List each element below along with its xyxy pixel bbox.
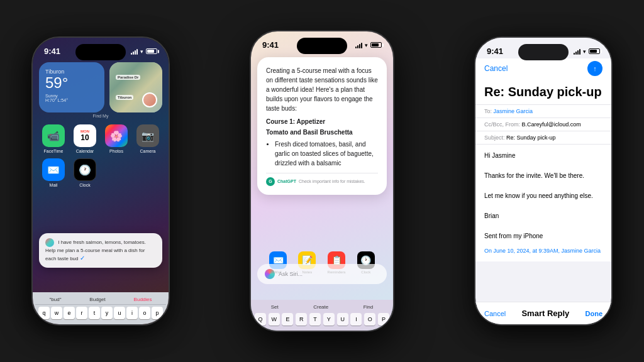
siri-input-bubble: I have fresh salmon, lemons, tomatoes. H… [39,233,162,268]
chatgpt-intro-text: Creating a 5-course meal with a focus on… [266,66,378,113]
weather-widget[interactable]: Tiburon 59° Sunny H:70° L:54° [39,62,104,112]
battery-icon-center [370,42,382,48]
ckey-r[interactable]: R [296,313,307,326]
mail-body-line1: Thanks for the invite. We'll be there. [484,171,602,181]
map-label-1: Paradise Dr [116,75,140,80]
wifi-icon-right: ▾ [583,48,586,55]
signal-icon-center [355,42,362,48]
ckey-w[interactable]: W [269,313,280,326]
center-word-1[interactable]: Set [271,304,279,310]
mail-subject-label: Subject: [484,134,505,141]
signal-icon-right [574,48,580,55]
ckey-p[interactable]: P [378,313,389,326]
word-suggestion-1[interactable]: "bud" [49,297,61,302]
app-grid: 📹 FaceTime MON 10 Calendar 🌸 Photos 📷 Ca… [33,119,169,192]
mail-send-button[interactable]: ↑ [587,61,602,76]
chatgpt-disclaimer: Check important info for mistakes. [299,178,365,185]
mail-to-value[interactable]: Jasmine Garcia [494,108,533,114]
calendar-app[interactable]: MON 10 Calendar [72,124,98,153]
mail-cc-field: Cc/Bcc, From: B.Careyful@icloud.com [475,118,611,131]
mail-to-label: To: [484,108,492,114]
mail-cancel-top[interactable]: Cancel [484,64,508,73]
status-icons-center: ▾ [355,42,382,48]
ckey-o[interactable]: O [364,313,375,326]
map-label-2: Tiburon [116,95,133,100]
dynamic-island-left [75,44,126,60]
mail-quoted-text: On June 10, 2024, at 9:39AM, Jasmine Gar… [484,246,602,255]
widget-row: Tiburon 59° Sunny H:70° L:54° Paradise D… [33,62,169,112]
keyboard-center: Set Create Find Q W E R T Y U I O P [251,300,393,331]
siri-placeholder-text: Ask Siri... [279,271,303,277]
facetime-app[interactable]: 📹 FaceTime [40,124,67,153]
ckey-y[interactable]: Y [323,313,335,326]
mail-subject-heading: Re: Sunday pick-up [475,81,611,105]
dynamic-island-center [297,38,347,54]
clock-app[interactable]: 🕐 Clock [72,158,98,187]
siri-input-center[interactable]: Ask Siri... [257,264,387,284]
course-title: Course 1: Appetizer [266,117,378,126]
key-t[interactable]: t [89,307,100,319]
map-widget[interactable]: Paradise Dr Tiburon [109,62,162,112]
ckey-e[interactable]: E [282,313,293,326]
mail-to-field: To: Jasmine Garcia [475,105,611,118]
key-u[interactable]: u [114,307,125,319]
phone-center: 9:41 ▾ Creating a 5-course meal with a f… [250,30,394,332]
time-right: 9:41 [487,47,503,56]
key-q[interactable]: q [38,307,50,319]
mail-body[interactable]: Hi Jasmine Thanks for the invite. We'll … [475,145,611,261]
keyboard-left: "bud" Budget Buddies q w e r t y u i o p [33,292,169,324]
home-screen: 9:41 ▾ Tiburon 59° Sunny H:70° L:54° [33,38,169,324]
signal-icon [131,48,138,55]
photos-label: Photos [109,149,123,153]
mail-body-line2: Let me know if you need anything else. [484,191,602,201]
mail-label: Mail [50,183,58,187]
mail-cc-label: Cc/Bcc, From: [484,121,520,128]
key-p[interactable]: p [152,307,163,319]
photos-app[interactable]: 🌸 Photos [103,124,130,153]
chatgpt-footer: G ChatGPT Check important info for mista… [266,173,378,186]
center-word-3[interactable]: Find [364,304,374,310]
siri-orb-center [265,269,275,279]
center-word-2[interactable]: Create [313,304,328,310]
weather-temp: 59° [45,75,98,91]
find-my-label: Find My [33,112,169,119]
mail-sent-from: Sent from my iPhone [484,231,602,241]
facetime-label: FaceTime [44,149,64,153]
key-e[interactable]: e [64,307,75,319]
key-o[interactable]: o [139,307,150,319]
center-key-row: Q W E R T Y U I O P [253,313,391,326]
mail-cancel-bottom[interactable]: Cancel [484,310,506,317]
smart-reply-button[interactable]: Smart Reply [521,309,569,318]
word-suggestions-left: "bud" Budget Buddies [35,295,166,305]
key-y[interactable]: y [101,307,113,319]
mail-signature: Brian [484,211,602,221]
mail-subject-field: Subject: Re: Sunday pick-up [475,131,611,145]
word-suggestion-3[interactable]: Buddies [134,297,152,302]
mail-screen: 9:41 ▾ Cancel ↑ Re: Sunday pick-up To: [475,38,611,324]
ckey-q[interactable]: Q [255,313,266,326]
weather-location: Tiburon [45,69,98,75]
mail-app[interactable]: ✉️ Mail [40,158,67,187]
map-avatar [142,92,157,107]
camera-app[interactable]: 📷 Camera [135,124,161,153]
mail-subject-value: Re: Sunday pick-up [506,134,556,141]
map-background: Paradise Dr Tiburon [109,62,162,112]
chatgpt-logo: G [266,177,275,186]
dish-description: Fresh diced tomatoes, basil, and garlic … [275,140,378,168]
key-i[interactable]: i [126,307,138,319]
time-left: 9:41 [44,47,60,56]
key-r[interactable]: r [76,307,87,319]
phone-right: 9:41 ▾ Cancel ↑ Re: Sunday pick-up To: [474,36,613,326]
status-icons-right: ▾ [574,48,600,55]
word-suggestion-2[interactable]: Budget [89,297,105,302]
siri-orb-icon [45,238,54,247]
dynamic-island-right [518,44,569,60]
key-w[interactable]: w [51,307,62,319]
ckey-u[interactable]: U [337,313,348,326]
ckey-i[interactable]: I [350,313,362,326]
siri-checkmark: ✓ [80,255,85,261]
mail-greeting: Hi Jasmine [484,151,602,161]
mail-done-button[interactable]: Done [586,310,603,317]
key-row-1: q w e r t y u i o p [35,307,166,319]
ckey-t[interactable]: T [309,313,321,326]
